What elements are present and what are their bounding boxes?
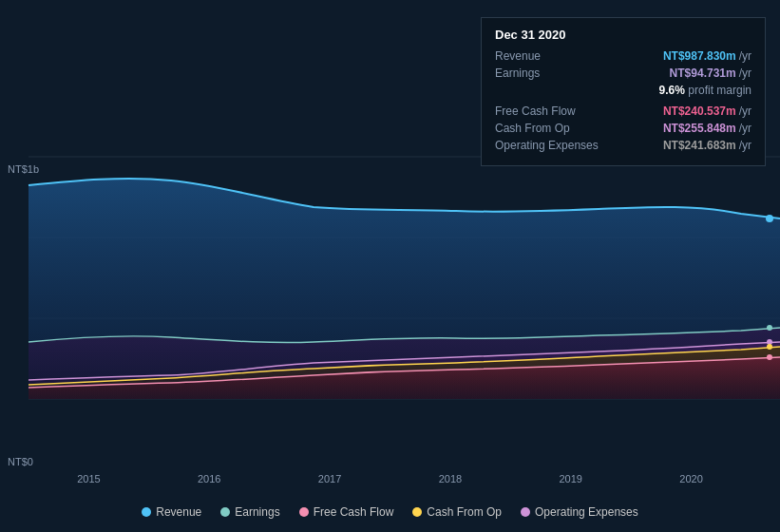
tooltip-value-opex: NT$241.683m/yr: [663, 139, 751, 152]
svg-point-4: [766, 215, 773, 222]
legend-label-revenue: Revenue: [156, 505, 201, 519]
legend-label-fcf: Free Cash Flow: [314, 505, 394, 519]
tooltip-value-cashop: NT$255.848m/yr: [663, 122, 751, 135]
y-label-top: NT$1b: [8, 163, 39, 175]
legend-dot-cashop: [412, 507, 422, 517]
tooltip-box: Dec 31 2020 Revenue NT$987.830m/yr Earni…: [481, 17, 766, 166]
svg-point-8: [767, 354, 772, 360]
tooltip-value-fcf: NT$240.537m/yr: [663, 104, 751, 118]
legend-dot-fcf: [299, 507, 309, 517]
tooltip-row-cashop: Cash From Op NT$255.848m/yr: [495, 122, 751, 135]
tooltip-value-revenue: NT$987.830m/yr: [663, 49, 751, 63]
legend-opex[interactable]: Operating Expenses: [521, 505, 638, 519]
svg-point-5: [767, 325, 772, 331]
tooltip-row-earnings: Earnings NT$94.731m/yr: [495, 66, 751, 80]
legend: Revenue Earnings Free Cash Flow Cash Fro…: [0, 505, 780, 519]
tooltip-value-earnings: NT$94.731m/yr: [670, 66, 751, 80]
tooltip-row-profit-margin: 9.6% profit margin: [495, 84, 751, 101]
legend-cashop[interactable]: Cash From Op: [412, 505, 502, 519]
legend-revenue[interactable]: Revenue: [142, 505, 201, 519]
x-label-2015: 2015: [77, 473, 100, 484]
tooltip-label-revenue: Revenue: [495, 49, 618, 63]
tooltip-row-revenue: Revenue NT$987.830m/yr: [495, 49, 751, 63]
chart-area: NT$1b NT$0 2015 2016 2017 2018 2019 2020…: [0, 0, 780, 532]
legend-label-earnings: Earnings: [235, 505, 279, 519]
x-label-2018: 2018: [439, 473, 462, 484]
x-label-2017: 2017: [318, 473, 341, 484]
legend-dot-opex: [521, 507, 530, 517]
x-label-2019: 2019: [559, 473, 581, 484]
tooltip-row-opex: Operating Expenses NT$241.683m/yr: [495, 139, 751, 152]
svg-point-7: [767, 344, 772, 350]
tooltip-profit-margin: 9.6% profit margin: [659, 84, 751, 97]
y-label-bottom: NT$0: [8, 456, 33, 467]
legend-fcf[interactable]: Free Cash Flow: [299, 505, 394, 519]
legend-dot-earnings: [220, 507, 230, 517]
tooltip-label-fcf: Free Cash Flow: [495, 104, 618, 118]
legend-earnings[interactable]: Earnings: [220, 505, 279, 519]
legend-label-opex: Operating Expenses: [535, 505, 638, 519]
x-label-2020: 2020: [679, 473, 702, 484]
tooltip-row-fcf: Free Cash Flow NT$240.537m/yr: [495, 104, 751, 118]
x-label-2016: 2016: [198, 473, 220, 484]
tooltip-label-earnings: Earnings: [495, 66, 618, 80]
tooltip-title: Dec 31 2020: [495, 28, 751, 42]
legend-label-cashop: Cash From Op: [427, 505, 502, 519]
tooltip-label-opex: Operating Expenses: [495, 139, 618, 152]
legend-dot-revenue: [142, 507, 151, 517]
tooltip-label-cashop: Cash From Op: [495, 122, 618, 135]
x-axis: 2015 2016 2017 2018 2019 2020: [0, 473, 780, 484]
